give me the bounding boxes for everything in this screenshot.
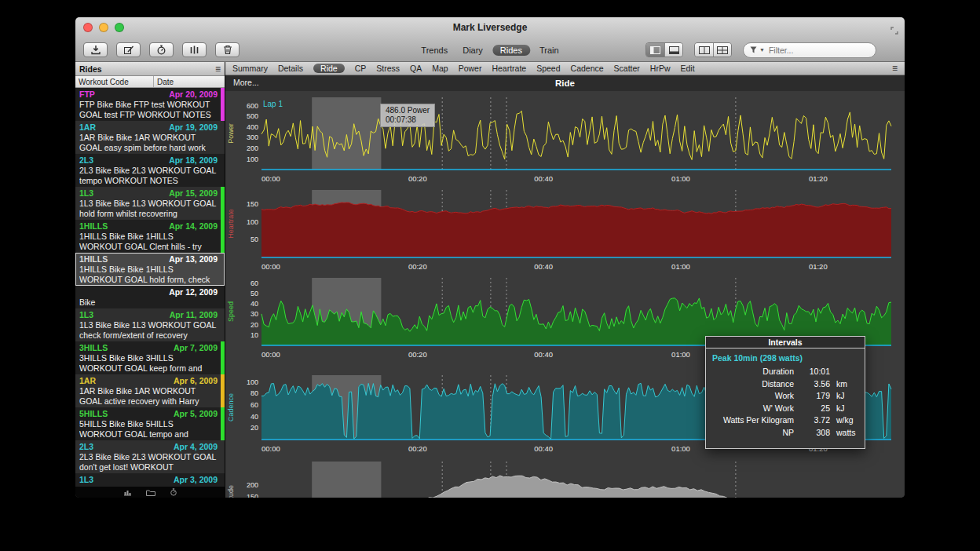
chart-tab-hrpw[interactable]: HrPw bbox=[650, 64, 671, 73]
ride-list-item[interactable]: 2L3Apr 18, 20092L3 Bike Bike 2L3 WORKOUT… bbox=[75, 154, 225, 187]
more-button[interactable]: More... bbox=[233, 78, 259, 87]
toggle-sidebar-button[interactable] bbox=[646, 43, 664, 57]
close-button[interactable] bbox=[83, 23, 93, 32]
chart-tab-speed[interactable]: Speed bbox=[536, 64, 560, 73]
ride-list-item[interactable]: FTPApr 20, 2009FTP Bike Bike FTP test WO… bbox=[75, 88, 225, 121]
ride-code: 2L3 bbox=[79, 155, 93, 166]
filter-field[interactable]: ▼ bbox=[743, 42, 876, 58]
ride-list[interactable]: FTPApr 20, 2009FTP Bike Bike FTP test WO… bbox=[75, 88, 225, 487]
ride-list-item[interactable]: 1ARApr 19, 20091AR Bike Bike 1AR WORKOUT… bbox=[75, 121, 225, 154]
ride-list-item[interactable]: 1L3Apr 11, 20091L3 Bike Bike 1L3 WORKOUT… bbox=[75, 308, 225, 341]
chart-tab-map[interactable]: Map bbox=[432, 64, 448, 73]
ride-color-strip bbox=[221, 407, 225, 440]
ride-date: Apr 5, 2009 bbox=[174, 409, 218, 419]
ride-description: 1L3 Bike Bike 1L3 WORKOUT GOAL hold form… bbox=[79, 199, 218, 219]
ride-date: Apr 4, 2009 bbox=[174, 442, 218, 452]
ride-list-item[interactable]: 1L3Apr 3, 2009 bbox=[75, 473, 225, 487]
titlebar[interactable]: Mark Liversedge bbox=[75, 17, 905, 38]
interval-metric-row: Distance3.56km bbox=[712, 378, 858, 391]
svg-text:50: 50 bbox=[250, 235, 258, 243]
stopwatch-small-icon[interactable] bbox=[170, 488, 177, 496]
svg-text:100: 100 bbox=[247, 218, 258, 226]
zoom-button[interactable] bbox=[115, 23, 124, 32]
chart-tab-power[interactable]: Power bbox=[459, 64, 482, 73]
sidebar-menu-icon[interactable]: ≡ bbox=[215, 65, 221, 73]
svg-text:00:00: 00:00 bbox=[261, 174, 280, 183]
chart-tab-scatter[interactable]: Scatter bbox=[614, 64, 640, 73]
ride-description: 2L3 Bike Bike 2L3 WORKOUT GOAL tempo WOR… bbox=[79, 166, 218, 186]
view-tab-trends[interactable]: Trends bbox=[415, 45, 453, 56]
intervals-popup-body: Peak 10min (298 watts) Duration10:01Dist… bbox=[706, 348, 865, 448]
view-tab-train[interactable]: Train bbox=[534, 45, 565, 56]
ride-list-item[interactable]: 3HILLSApr 7, 20093HILLS Bike Bike 3HILLS… bbox=[75, 341, 225, 374]
minimize-button[interactable] bbox=[99, 23, 108, 32]
chart-tabs-menu-icon[interactable]: ≡ bbox=[892, 64, 898, 72]
tiled-view-button[interactable] bbox=[695, 43, 713, 57]
column-workout-code[interactable]: Workout Code bbox=[75, 76, 154, 87]
interval-metric-text: km bbox=[830, 378, 858, 391]
chart-tab-cp[interactable]: CP bbox=[355, 64, 367, 73]
ride-list-item[interactable]: 2L3Apr 4, 20092L3 Bike Bike 2L3 WORKOUT … bbox=[75, 440, 225, 473]
chart-heartrate[interactable]: 50100150Heartrate00:0000:2000:4001:0001:… bbox=[225, 190, 905, 276]
chart-tab-cadence[interactable]: Cadence bbox=[571, 64, 604, 73]
svg-text:Cadence: Cadence bbox=[227, 393, 235, 421]
stopwatch-button[interactable] bbox=[149, 42, 174, 57]
toggle-bottombar-button[interactable] bbox=[664, 43, 682, 57]
layout-toggle-group bbox=[694, 42, 732, 57]
filter-input[interactable] bbox=[767, 45, 854, 56]
ride-code: FTP bbox=[79, 89, 95, 100]
svg-text:00:20: 00:20 bbox=[408, 350, 427, 359]
ride-color-strip bbox=[221, 374, 225, 407]
import-ride-button[interactable] bbox=[83, 42, 108, 57]
view-tab-diary[interactable]: Diary bbox=[457, 45, 488, 56]
svg-text:Heartrate: Heartrate bbox=[227, 209, 235, 239]
column-date[interactable]: Date bbox=[154, 78, 174, 86]
chart-tab-summary[interactable]: Summary bbox=[232, 64, 268, 73]
chart-tab-ride[interactable]: Ride bbox=[313, 64, 345, 73]
chart-tab-stress[interactable]: Stress bbox=[376, 64, 400, 73]
svg-text:40: 40 bbox=[250, 300, 258, 308]
heartrate-plot[interactable]: 50100150Heartrate00:0000:2000:4001:0001:… bbox=[225, 190, 905, 276]
selection-region[interactable] bbox=[312, 462, 381, 498]
app-window: Mark Liversedge TrendsDiaryRidesTrain bbox=[75, 17, 905, 498]
intervals-popup-title[interactable]: Intervals bbox=[706, 337, 865, 348]
fullscreen-icon[interactable] bbox=[890, 24, 898, 38]
folder-icon[interactable] bbox=[146, 489, 155, 496]
main-panel: SummaryDetailsRideCPStressQAMapPowerHear… bbox=[225, 62, 905, 498]
ride-list-item[interactable]: 5HILLSApr 5, 20095HILLS Bike Bike 5HILLS… bbox=[75, 407, 225, 440]
chart-icon[interactable] bbox=[123, 489, 132, 496]
view-tab-rides[interactable]: Rides bbox=[492, 45, 530, 56]
interval-metric-text: NP bbox=[712, 427, 799, 440]
chart-tab-edit[interactable]: Edit bbox=[681, 64, 695, 73]
grid-view-button[interactable] bbox=[713, 43, 731, 57]
ride-date: Apr 19, 2009 bbox=[169, 122, 218, 133]
content-area: Rides ≡ Workout Code Date FTPApr 20, 200… bbox=[75, 62, 905, 498]
interval-name: Peak 10min (298 watts) bbox=[712, 353, 858, 363]
interval-metrics: Duration10:01Distance3.56kmWork179kJW' W… bbox=[712, 366, 858, 439]
tiled-view-icon bbox=[699, 46, 710, 54]
rides-sidebar: Rides ≡ Workout Code Date FTPApr 20, 200… bbox=[75, 62, 225, 498]
ride-list-item[interactable]: 1ARApr 6, 20091AR Bike Bike 1AR WORKOUT … bbox=[75, 374, 225, 407]
window-chrome: Mark Liversedge TrendsDiaryRidesTrain bbox=[75, 17, 905, 62]
power-plot[interactable]: 100200300400500600Power00:0000:2000:4001… bbox=[225, 97, 905, 188]
chart-tab-heartrate[interactable]: Heartrate bbox=[492, 64, 526, 73]
svg-text:00:20: 00:20 bbox=[408, 444, 427, 453]
delete-ride-button[interactable] bbox=[215, 42, 240, 57]
svg-text:300: 300 bbox=[247, 133, 258, 141]
ride-list-item[interactable]: 1HILLSApr 14, 20091HILLS Bike Bike 1HILL… bbox=[75, 220, 225, 253]
ride-list-item[interactable]: 1HILLSApr 13, 20091HILLS Bike Bike 1HILL… bbox=[75, 253, 225, 286]
chart-power[interactable]: 100200300400500600Power00:0000:2000:4001… bbox=[225, 97, 905, 188]
trash-icon bbox=[223, 45, 232, 55]
charts-region[interactable]: 100150200Altitude20406080100Cadence00:00… bbox=[225, 91, 905, 498]
ride-list-item[interactable]: Apr 12, 2009Bike bbox=[75, 286, 225, 308]
manual-entry-button[interactable] bbox=[116, 42, 141, 57]
find-intervals-button[interactable] bbox=[182, 42, 207, 57]
chart-altitude[interactable]: 100150200Altitude bbox=[225, 462, 905, 498]
chart-tab-qa[interactable]: QA bbox=[410, 64, 422, 73]
ride-code: 2L3 bbox=[79, 442, 93, 452]
column-header[interactable]: Workout Code Date bbox=[75, 76, 225, 88]
altitude-plot[interactable]: 100150200Altitude bbox=[225, 462, 905, 498]
ride-list-item[interactable]: 1L3Apr 15, 20091L3 Bike Bike 1L3 WORKOUT… bbox=[75, 187, 225, 220]
chart-tab-details[interactable]: Details bbox=[278, 64, 303, 73]
interval-metric-text: kJ bbox=[830, 403, 858, 415]
